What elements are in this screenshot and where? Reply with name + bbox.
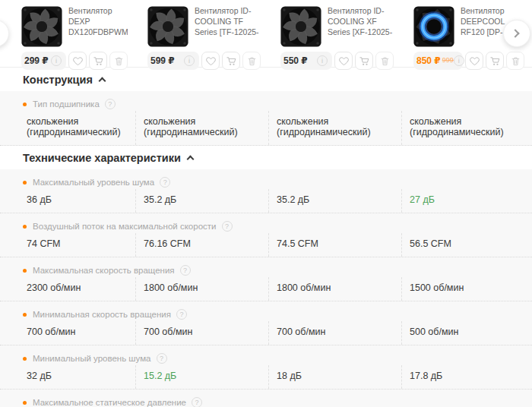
question-icon[interactable]: ? bbox=[157, 353, 167, 364]
characteristic-value: скольжения (гидродинамический) bbox=[268, 111, 401, 145]
characteristic-label-row: Максимальный уровень шума? bbox=[0, 175, 532, 189]
question-icon[interactable]: ? bbox=[222, 221, 233, 232]
bullet-icon bbox=[23, 313, 27, 317]
add-to-cart-button[interactable] bbox=[486, 52, 504, 70]
product-card: Вентилятор ID-COOLING TF Series [TF-1202… bbox=[135, 0, 268, 70]
product-image[interactable] bbox=[413, 6, 454, 47]
section-header[interactable]: Технические характеристики bbox=[0, 146, 532, 169]
characteristic-value: 56.5 CFM bbox=[401, 233, 532, 257]
question-icon[interactable]: ? bbox=[176, 309, 187, 320]
characteristic-value: 17.8 дБ bbox=[401, 365, 532, 389]
characteristic-value: 2300 об/мин bbox=[0, 277, 135, 301]
characteristic-value: 1800 об/мин bbox=[268, 277, 401, 301]
characteristic-value: 500 об/мин bbox=[401, 321, 532, 345]
chevron-up-icon bbox=[186, 156, 194, 163]
product-card-top: Вентилятор ID-COOLING XF Series [XF-1202… bbox=[280, 6, 394, 49]
characteristic-row: Минимальный уровень шума?32 дБ15.2 дБ18 … bbox=[0, 345, 532, 390]
product-card: Вентилятор ID-COOLING XF Series [XF-1202… bbox=[268, 0, 401, 70]
product-image[interactable] bbox=[21, 6, 62, 47]
add-to-cart-button[interactable] bbox=[89, 52, 107, 70]
characteristic-values: 36 дБ35.2 дБ35.2 дБ27 дБ bbox=[0, 189, 532, 213]
question-icon[interactable]: ? bbox=[192, 397, 202, 407]
characteristic-value: 15.2 дБ bbox=[135, 365, 268, 389]
bullet-icon bbox=[23, 269, 27, 273]
characteristic-row: Тип подшипника?скольжения (гидродинамиче… bbox=[0, 91, 532, 146]
question-icon[interactable]: ? bbox=[105, 99, 116, 109]
characteristic-value: 700 об/мин bbox=[0, 321, 135, 345]
characteristic-value: скольжения (гидродинамический) bbox=[401, 111, 532, 145]
bullet-icon bbox=[23, 357, 27, 361]
price-pill: 299 ₽i bbox=[21, 52, 66, 70]
add-to-cart-button[interactable] bbox=[355, 52, 373, 70]
remove-from-compare-button[interactable] bbox=[109, 52, 128, 70]
product-price-row: 850 ₽999i bbox=[413, 52, 524, 70]
product-price: 599 ₽ bbox=[150, 55, 175, 66]
bullet-icon bbox=[23, 401, 27, 405]
favorite-button[interactable] bbox=[334, 52, 353, 70]
favorite-button[interactable] bbox=[201, 52, 220, 70]
info-icon[interactable]: i bbox=[454, 55, 464, 66]
remove-from-compare-button[interactable] bbox=[506, 52, 524, 70]
favorite-button[interactable] bbox=[465, 52, 483, 70]
info-icon[interactable]: i bbox=[317, 55, 328, 66]
characteristic-value: 36 дБ bbox=[0, 189, 135, 213]
bullet-icon bbox=[23, 181, 27, 185]
info-icon[interactable]: i bbox=[184, 55, 195, 66]
product-price-row: 299 ₽i bbox=[21, 52, 128, 70]
characteristic-values: 74 CFM76.16 CFM74.5 CFM56.5 CFM bbox=[0, 233, 532, 257]
characteristic-value: 74.5 CFM bbox=[268, 233, 401, 257]
remove-from-compare-button[interactable] bbox=[242, 52, 261, 70]
info-icon[interactable]: i bbox=[51, 55, 62, 66]
remove-from-compare-button[interactable] bbox=[375, 52, 394, 70]
chevron-left-icon bbox=[0, 29, 2, 37]
comparison-table: КонструкцияТип подшипника?скольжения (ги… bbox=[0, 68, 532, 407]
characteristic-label: Минимальная скорость вращения bbox=[33, 310, 171, 319]
product-price: 550 ₽ bbox=[283, 55, 308, 66]
characteristic-values: 32 дБ15.2 дБ18 дБ17.8 дБ bbox=[0, 365, 532, 389]
product-title-link[interactable]: Вентилятор ID-COOLING TF Series [TF-1202… bbox=[195, 6, 261, 39]
characteristic-value: 27 дБ bbox=[401, 189, 532, 213]
product-price-row: 550 ₽i bbox=[280, 52, 394, 70]
product-card-top: Вентилятор ID-COOLING TF Series [TF-1202… bbox=[147, 6, 261, 49]
compare-products-carousel: Вентилятор DEXP DX120FDBPWM [DX120FDBPWM… bbox=[0, 0, 532, 68]
product-card: Вентилятор DEXP DX120FDBPWM [DX120FDBPWM… bbox=[0, 0, 135, 70]
characteristic-label: Воздушный поток на максимальной скорости bbox=[33, 222, 217, 231]
characteristic-values: скольжения (гидродинамический)скольжения… bbox=[0, 111, 532, 145]
characteristic-value: 35.2 дБ bbox=[135, 189, 268, 213]
price-pill: 599 ₽i bbox=[147, 52, 199, 70]
price-pill: 850 ₽999i bbox=[413, 52, 463, 70]
product-image[interactable] bbox=[280, 6, 321, 47]
characteristic-value: скольжения (гидродинамический) bbox=[135, 111, 268, 145]
characteristic-row: Максимальный уровень шума?36 дБ35.2 дБ35… bbox=[0, 169, 532, 213]
characteristic-row: Максимальное статическое давление?-21.2 … bbox=[0, 390, 532, 407]
characteristic-value: 18 дБ bbox=[268, 365, 401, 389]
characteristic-value: 700 об/мин bbox=[135, 321, 268, 345]
characteristic-label-row: Воздушный поток на максимальной скорости… bbox=[0, 219, 532, 233]
characteristic-label: Минимальный уровень шума bbox=[33, 354, 151, 363]
characteristic-value: 1500 об/мин bbox=[401, 277, 532, 301]
add-to-cart-button[interactable] bbox=[222, 52, 240, 70]
characteristic-label-row: Тип подшипника? bbox=[0, 97, 532, 111]
characteristic-values: 2300 об/мин1800 об/мин1800 об/мин1500 об… bbox=[0, 277, 532, 301]
question-icon[interactable]: ? bbox=[160, 177, 170, 188]
characteristic-label-row: Максимальное статическое давление? bbox=[0, 396, 532, 407]
product-title-link[interactable]: Вентилятор DEXP DX120FDBPWM [DX120FDBPWM… bbox=[68, 6, 128, 39]
characteristic-label-row: Максимальная скорость вращения? bbox=[0, 263, 532, 277]
characteristic-label: Максимальный уровень шума bbox=[33, 178, 154, 187]
characteristic-label-row: Минимальный уровень шума? bbox=[0, 352, 532, 365]
section-title: Технические характеристики bbox=[23, 152, 181, 164]
section-header[interactable]: Конструкция bbox=[0, 68, 532, 91]
chevron-up-icon bbox=[98, 77, 106, 85]
product-image[interactable] bbox=[147, 6, 188, 47]
characteristic-value: 32 дБ bbox=[0, 365, 135, 389]
characteristic-row: Максимальная скорость вращения?2300 об/м… bbox=[0, 257, 532, 301]
product-title-link[interactable]: Вентилятор ID-COOLING XF Series [XF-1202… bbox=[328, 6, 394, 39]
chevron-right-icon bbox=[511, 29, 519, 37]
characteristic-label: Максимальная скорость вращения bbox=[33, 266, 175, 275]
question-icon[interactable]: ? bbox=[180, 265, 191, 276]
carousel-next-button[interactable] bbox=[503, 20, 530, 47]
bullet-icon bbox=[23, 103, 27, 106]
product-price-row: 599 ₽i bbox=[147, 52, 261, 70]
characteristic-label-row: Минимальная скорость вращения? bbox=[0, 308, 532, 321]
favorite-button[interactable] bbox=[68, 52, 87, 70]
